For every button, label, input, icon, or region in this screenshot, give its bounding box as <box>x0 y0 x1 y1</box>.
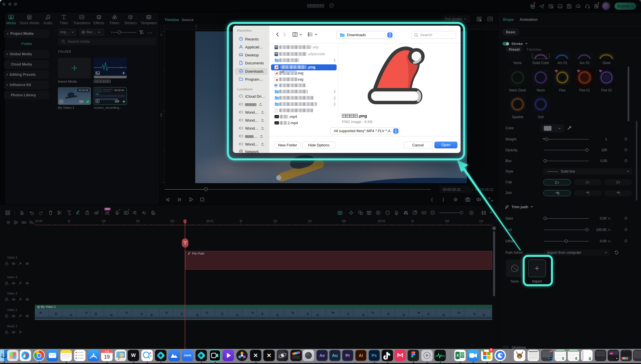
svg-text:0: 0 <box>160 34 163 36</box>
svg-text:500: 500 <box>160 113 163 117</box>
svg-text:0: 0 <box>196 25 197 28</box>
